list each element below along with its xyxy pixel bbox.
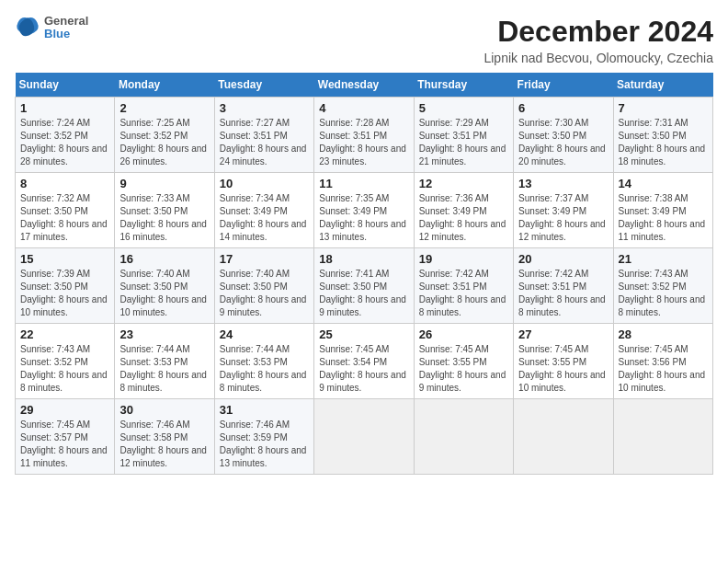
day-info: Sunrise: 7:25 AMSunset: 3:52 PMDaylight:… xyxy=(119,117,209,168)
day-info: Sunrise: 7:32 AMSunset: 3:50 PMDaylight:… xyxy=(20,192,109,244)
calendar-day-cell: 27 Sunrise: 7:45 AMSunset: 3:55 PMDaylig… xyxy=(514,324,613,399)
day-number: 21 xyxy=(619,252,708,266)
calendar-day-cell: 25 Sunrise: 7:45 AMSunset: 3:54 PMDaylig… xyxy=(314,324,414,399)
calendar-day-cell: 23 Sunrise: 7:44 AMSunset: 3:53 PMDaylig… xyxy=(115,324,214,399)
day-number: 12 xyxy=(419,177,508,190)
logo: General Blue xyxy=(15,15,88,41)
day-info: Sunrise: 7:44 AMSunset: 3:53 PMDaylight:… xyxy=(119,343,209,395)
calendar-day-cell xyxy=(414,399,513,475)
day-info: Sunrise: 7:46 AMSunset: 3:58 PMDaylight:… xyxy=(119,419,209,470)
day-info: Sunrise: 7:39 AMSunset: 3:50 PMDaylight:… xyxy=(20,268,109,319)
day-info: Sunrise: 7:31 AMSunset: 3:50 PMDaylight:… xyxy=(619,117,708,168)
calendar-day-cell: 7 Sunrise: 7:31 AMSunset: 3:50 PMDayligh… xyxy=(613,98,712,173)
calendar-day-cell: 13 Sunrise: 7:37 AMSunset: 3:49 PMDaylig… xyxy=(514,173,613,248)
day-info: Sunrise: 7:42 AMSunset: 3:51 PMDaylight:… xyxy=(419,268,508,319)
day-info: Sunrise: 7:45 AMSunset: 3:57 PMDaylight:… xyxy=(20,419,109,470)
day-info: Sunrise: 7:38 AMSunset: 3:49 PMDaylight:… xyxy=(619,192,708,244)
day-info: Sunrise: 7:43 AMSunset: 3:52 PMDaylight:… xyxy=(619,268,708,319)
logo-icon xyxy=(15,15,40,40)
day-number: 3 xyxy=(220,101,309,115)
day-number: 7 xyxy=(619,101,708,115)
day-info: Sunrise: 7:44 AMSunset: 3:53 PMDaylight:… xyxy=(220,343,309,395)
title-area: December 2024 Lipnik nad Becvou, Olomouc… xyxy=(483,15,713,65)
calendar-day-cell: 18 Sunrise: 7:41 AMSunset: 3:50 PMDaylig… xyxy=(314,248,414,324)
day-number: 23 xyxy=(119,327,209,341)
calendar-day-cell: 5 Sunrise: 7:29 AMSunset: 3:51 PMDayligh… xyxy=(414,98,513,173)
calendar-table: SundayMondayTuesdayWednesdayThursdayFrid… xyxy=(15,73,713,475)
day-info: Sunrise: 7:45 AMSunset: 3:54 PMDaylight:… xyxy=(319,343,408,395)
calendar-day-cell: 26 Sunrise: 7:45 AMSunset: 3:55 PMDaylig… xyxy=(414,324,513,399)
day-number: 26 xyxy=(419,327,508,341)
day-info: Sunrise: 7:34 AMSunset: 3:49 PMDaylight:… xyxy=(220,192,309,244)
calendar-day-cell: 31 Sunrise: 7:46 AMSunset: 3:59 PMDaylig… xyxy=(214,399,313,475)
calendar-day-cell xyxy=(314,399,414,475)
subtitle: Lipnik nad Becvou, Olomoucky, Czechia xyxy=(483,51,713,65)
calendar-day-cell: 12 Sunrise: 7:36 AMSunset: 3:49 PMDaylig… xyxy=(414,173,513,248)
calendar-header-cell: Saturday xyxy=(613,73,712,98)
day-info: Sunrise: 7:37 AMSunset: 3:49 PMDaylight:… xyxy=(518,192,608,244)
day-info: Sunrise: 7:40 AMSunset: 3:50 PMDaylight:… xyxy=(119,268,209,319)
day-info: Sunrise: 7:42 AMSunset: 3:51 PMDaylight:… xyxy=(518,268,608,319)
calendar-day-cell: 2 Sunrise: 7:25 AMSunset: 3:52 PMDayligh… xyxy=(115,98,214,173)
calendar-week-row: 29 Sunrise: 7:45 AMSunset: 3:57 PMDaylig… xyxy=(16,399,713,475)
day-number: 17 xyxy=(220,252,309,266)
day-info: Sunrise: 7:40 AMSunset: 3:50 PMDaylight:… xyxy=(220,268,309,319)
day-number: 13 xyxy=(518,177,608,190)
calendar-day-cell: 19 Sunrise: 7:42 AMSunset: 3:51 PMDaylig… xyxy=(414,248,513,324)
day-info: Sunrise: 7:27 AMSunset: 3:51 PMDaylight:… xyxy=(220,117,309,168)
calendar-day-cell: 16 Sunrise: 7:40 AMSunset: 3:50 PMDaylig… xyxy=(115,248,214,324)
day-number: 18 xyxy=(319,252,408,266)
calendar-day-cell: 9 Sunrise: 7:33 AMSunset: 3:50 PMDayligh… xyxy=(115,173,214,248)
day-number: 1 xyxy=(20,101,109,115)
day-number: 14 xyxy=(619,177,708,190)
calendar-week-row: 8 Sunrise: 7:32 AMSunset: 3:50 PMDayligh… xyxy=(16,173,713,248)
calendar-header: SundayMondayTuesdayWednesdayThursdayFrid… xyxy=(16,73,713,98)
calendar-day-cell: 8 Sunrise: 7:32 AMSunset: 3:50 PMDayligh… xyxy=(16,173,115,248)
day-info: Sunrise: 7:45 AMSunset: 3:55 PMDaylight:… xyxy=(419,343,508,395)
day-info: Sunrise: 7:46 AMSunset: 3:59 PMDaylight:… xyxy=(220,419,309,470)
calendar-day-cell: 4 Sunrise: 7:28 AMSunset: 3:51 PMDayligh… xyxy=(314,98,414,173)
day-info: Sunrise: 7:29 AMSunset: 3:51 PMDaylight:… xyxy=(419,117,508,168)
calendar-header-cell: Monday xyxy=(115,73,214,98)
calendar-day-cell: 11 Sunrise: 7:35 AMSunset: 3:49 PMDaylig… xyxy=(314,173,414,248)
day-info: Sunrise: 7:36 AMSunset: 3:49 PMDaylight:… xyxy=(419,192,508,244)
calendar-body: 1 Sunrise: 7:24 AMSunset: 3:52 PMDayligh… xyxy=(16,98,713,475)
calendar-day-cell: 14 Sunrise: 7:38 AMSunset: 3:49 PMDaylig… xyxy=(613,173,712,248)
calendar-header-cell: Wednesday xyxy=(314,73,414,98)
day-number: 19 xyxy=(419,252,508,266)
day-number: 22 xyxy=(20,327,109,341)
day-number: 4 xyxy=(319,101,408,115)
calendar-week-row: 15 Sunrise: 7:39 AMSunset: 3:50 PMDaylig… xyxy=(16,248,713,324)
calendar-day-cell: 21 Sunrise: 7:43 AMSunset: 3:52 PMDaylig… xyxy=(613,248,712,324)
calendar-day-cell: 1 Sunrise: 7:24 AMSunset: 3:52 PMDayligh… xyxy=(16,98,115,173)
day-number: 30 xyxy=(119,403,209,417)
calendar-day-cell: 20 Sunrise: 7:42 AMSunset: 3:51 PMDaylig… xyxy=(514,248,613,324)
day-number: 25 xyxy=(319,327,408,341)
day-info: Sunrise: 7:30 AMSunset: 3:50 PMDaylight:… xyxy=(518,117,608,168)
calendar-header-cell: Friday xyxy=(514,73,613,98)
calendar-week-row: 22 Sunrise: 7:43 AMSunset: 3:52 PMDaylig… xyxy=(16,324,713,399)
logo-text: General Blue xyxy=(44,15,88,41)
day-info: Sunrise: 7:45 AMSunset: 3:56 PMDaylight:… xyxy=(619,343,708,395)
day-number: 2 xyxy=(119,101,209,115)
day-number: 28 xyxy=(619,327,708,341)
page-header: General Blue December 2024 Lipnik nad Be… xyxy=(15,15,713,65)
day-number: 6 xyxy=(518,101,608,115)
day-info: Sunrise: 7:24 AMSunset: 3:52 PMDaylight:… xyxy=(20,117,109,168)
day-info: Sunrise: 7:35 AMSunset: 3:49 PMDaylight:… xyxy=(319,192,408,244)
day-number: 15 xyxy=(20,252,109,266)
calendar-day-cell xyxy=(613,399,712,475)
calendar-day-cell: 15 Sunrise: 7:39 AMSunset: 3:50 PMDaylig… xyxy=(16,248,115,324)
day-number: 16 xyxy=(119,252,209,266)
calendar-day-cell: 3 Sunrise: 7:27 AMSunset: 3:51 PMDayligh… xyxy=(214,98,313,173)
day-info: Sunrise: 7:33 AMSunset: 3:50 PMDaylight:… xyxy=(119,192,209,244)
day-info: Sunrise: 7:43 AMSunset: 3:52 PMDaylight:… xyxy=(20,343,109,395)
month-title: December 2024 xyxy=(483,15,713,49)
calendar-week-row: 1 Sunrise: 7:24 AMSunset: 3:52 PMDayligh… xyxy=(16,98,713,173)
day-number: 20 xyxy=(518,252,608,266)
day-number: 11 xyxy=(319,177,408,190)
day-number: 9 xyxy=(119,177,209,190)
calendar-day-cell: 22 Sunrise: 7:43 AMSunset: 3:52 PMDaylig… xyxy=(16,324,115,399)
calendar-header-cell: Thursday xyxy=(414,73,513,98)
calendar-day-cell xyxy=(514,399,613,475)
